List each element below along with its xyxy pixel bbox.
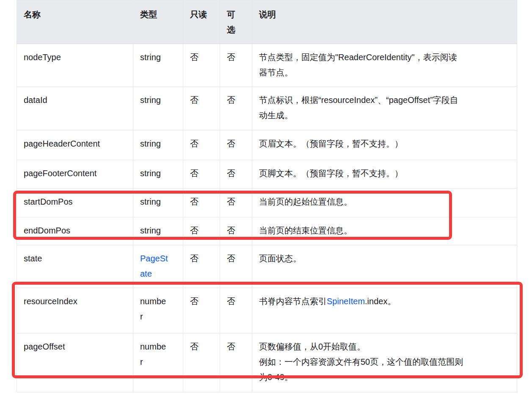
table-row: statePageSt ate否否页面状态。	[17, 245, 517, 288]
cell-readonly-flag: 否	[183, 288, 220, 333]
text-segment: .index。	[365, 297, 396, 306]
cell-description: 节点标识，根据“resourceIndex”、“pageOffset”字段自 动…	[252, 87, 517, 130]
text-segment: string	[140, 139, 161, 148]
column-header-optional: 可 选	[220, 0, 252, 44]
cell-property-type: string	[133, 130, 183, 160]
text-segment: 书脊内容节点索引	[259, 297, 327, 306]
cell-optional-flag: 否	[220, 130, 252, 160]
column-header-name: 名称	[17, 0, 133, 44]
cell-readonly-flag: 否	[183, 189, 220, 217]
table-row: resourceIndexnumbe r否否书脊内容节点索引SpineItem.…	[17, 288, 517, 333]
cell-description: 页眉文本。（预留字段，暂不支持。）	[252, 130, 517, 160]
cell-description: 节点类型，固定值为"ReaderCoreIdentity"，表示阅读 器节点。	[252, 44, 517, 87]
text-segment: 页眉文本。（预留字段，暂不支持。）	[259, 139, 403, 148]
cell-property-type: string	[133, 44, 183, 87]
api-properties-table: 名称 类型 只读 可 选 说明 nodeTypestring否否节点类型，固定值…	[17, 0, 517, 392]
table-header-row: 名称 类型 只读 可 选 说明	[17, 0, 517, 44]
cell-property-name: state	[17, 245, 133, 288]
cell-property-type: PageSt ate	[133, 245, 183, 288]
cell-optional-flag: 否	[220, 333, 252, 392]
cell-readonly-flag: 否	[183, 245, 220, 288]
cell-readonly-flag: 否	[183, 333, 220, 392]
table-row: pageHeaderContentstring否否页眉文本。（预留字段，暂不支持…	[17, 130, 517, 160]
text-segment: string	[140, 169, 161, 178]
cell-description: 页面状态。	[252, 245, 517, 288]
text-segment: 当前页的结束位置信息。	[259, 226, 352, 235]
cell-description: 当前页的结束位置信息。	[252, 217, 517, 245]
table-row: pageOffsetnumbe r否否页数偏移值，从0开始取值。 例如：一个内容…	[17, 333, 517, 392]
text-segment: string	[140, 53, 161, 62]
table-row: dataIdstring否否节点标识，根据“resourceIndex”、“pa…	[17, 87, 517, 130]
cell-property-name: pageOffset	[17, 333, 133, 392]
cell-property-name: startDomPos	[17, 189, 133, 217]
column-header-readonly: 只读	[183, 0, 220, 44]
text-segment: numbe r	[140, 342, 166, 366]
cell-property-name: resourceIndex	[17, 288, 133, 333]
cell-property-name: dataId	[17, 87, 133, 130]
cell-readonly-flag: 否	[183, 160, 220, 189]
cell-property-type: string	[133, 87, 183, 130]
text-segment: 节点类型，固定值为"ReaderCoreIdentity"，表示阅读 器节点。	[259, 53, 457, 77]
cell-optional-flag: 否	[220, 217, 252, 245]
cell-optional-flag: 否	[220, 160, 252, 189]
documentation-page: 名称 类型 只读 可 选 说明 nodeTypestring否否节点类型，固定值…	[0, 0, 532, 394]
table-row: startDomPosstring否否当前页的起始位置信息。	[17, 189, 517, 217]
text-segment: string	[140, 197, 161, 206]
table-row: pageFooterContentstring否否页脚文本。（预留字段，暂不支持…	[17, 160, 517, 189]
cell-property-type: numbe r	[133, 333, 183, 392]
cell-readonly-flag: 否	[183, 87, 220, 130]
cell-readonly-flag: 否	[183, 217, 220, 245]
cell-property-type: string	[133, 217, 183, 245]
cell-readonly-flag: 否	[183, 130, 220, 160]
cell-description: 页数偏移值，从0开始取值。 例如：一个内容资源文件有50页，这个值的取值范围则 …	[252, 333, 517, 392]
cell-property-type: string	[133, 189, 183, 217]
cell-description: 页脚文本。（预留字段，暂不支持。）	[252, 160, 517, 189]
table-row: endDomPosstring否否当前页的结束位置信息。	[17, 217, 517, 245]
table-body: nodeTypestring否否节点类型，固定值为"ReaderCoreIden…	[17, 44, 517, 392]
cell-readonly-flag: 否	[183, 44, 220, 87]
cell-optional-flag: 否	[220, 44, 252, 87]
text-segment: 页脚文本。（预留字段，暂不支持。）	[259, 169, 403, 178]
cell-optional-flag: 否	[220, 189, 252, 217]
table-row: nodeTypestring否否节点类型，固定值为"ReaderCoreIden…	[17, 44, 517, 87]
text-segment: 页面状态。	[259, 254, 301, 263]
text-segment: string	[140, 226, 161, 235]
cell-optional-flag: 否	[220, 87, 252, 130]
type-link[interactable]: PageSt ate	[140, 254, 168, 278]
text-segment: string	[140, 95, 161, 105]
cell-property-type: string	[133, 160, 183, 189]
cell-property-name: pageHeaderContent	[17, 130, 133, 160]
cell-property-name: endDomPos	[17, 217, 133, 245]
cell-property-name: nodeType	[17, 44, 133, 87]
cell-property-type: numbe r	[133, 288, 183, 333]
cell-description: 书脊内容节点索引SpineItem.index。	[252, 288, 517, 333]
cell-optional-flag: 否	[220, 245, 252, 288]
column-header-type: 类型	[133, 0, 183, 44]
cell-description: 当前页的起始位置信息。	[252, 189, 517, 217]
text-segment: 页数偏移值，从0开始取值。 例如：一个内容资源文件有50页，这个值的取值范围则 …	[259, 342, 463, 382]
text-segment: 当前页的起始位置信息。	[259, 197, 352, 206]
description-link[interactable]: SpineItem	[327, 297, 365, 306]
column-header-description: 说明	[252, 0, 517, 44]
text-segment: 节点标识，根据“resourceIndex”、“pageOffset”字段自 动…	[259, 95, 458, 120]
cell-optional-flag: 否	[220, 288, 252, 333]
text-segment: numbe r	[140, 297, 166, 321]
cell-property-name: pageFooterContent	[17, 160, 133, 189]
